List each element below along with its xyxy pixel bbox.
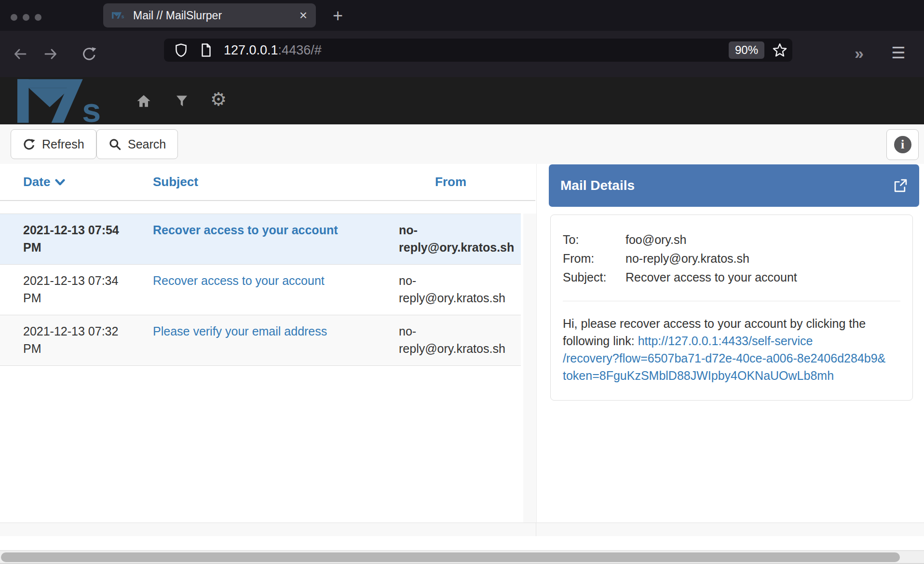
refresh-button[interactable]: Refresh	[11, 129, 96, 159]
url-host: 127.0.0.1	[224, 43, 278, 57]
mail-from: no-reply@ory.kratos.sh	[398, 265, 521, 315]
refresh-icon	[23, 138, 36, 151]
column-header-date[interactable]: Date	[0, 164, 130, 200]
sort-desc-icon	[55, 179, 65, 186]
tab-close-icon[interactable]: ×	[299, 9, 307, 22]
mail-subject-link[interactable]: Recover access to your account	[153, 274, 325, 287]
details-title: Mail Details	[560, 178, 893, 193]
info-button[interactable]: i	[886, 129, 919, 160]
new-tab-button[interactable]: +	[333, 6, 343, 26]
mail-list: 2021-12-13 07:54 PM Recover access to yo…	[0, 214, 521, 366]
logo-s-letter: s	[82, 91, 101, 124]
to-label: To:	[563, 230, 625, 249]
bottom-white-band	[0, 536, 924, 551]
tab-favicon-icon: s	[112, 12, 125, 19]
overflow-chevrons-icon[interactable]: »	[855, 44, 862, 63]
scrollbar-thumb[interactable]	[1, 552, 900, 562]
column-header-from: From	[398, 164, 521, 200]
search-label: Search	[128, 137, 166, 151]
browser-tab-strip: s Mail // MailSlurper × +	[0, 0, 924, 31]
from-label: From:	[563, 249, 625, 268]
svg-text:s: s	[122, 14, 124, 19]
mail-meta: To: foo@ory.sh From: no-reply@ory.kratos…	[563, 230, 900, 286]
search-button[interactable]: Search	[96, 129, 178, 159]
mail-row-selected[interactable]: 2021-12-13 07:54 PM Recover access to yo…	[0, 214, 521, 264]
mail-date: 2021-12-13 07:32 PM	[0, 315, 130, 365]
open-external-icon[interactable]	[893, 178, 908, 193]
subject-label: Subject:	[563, 268, 625, 286]
action-bar: Refresh Search i	[0, 124, 924, 164]
to-value: foo@ory.sh	[625, 230, 900, 249]
shield-icon[interactable]	[175, 43, 188, 57]
mail-from: no-reply@ory.kratos.sh	[398, 214, 521, 264]
window-controls[interactable]	[11, 14, 41, 21]
pane-divider-line	[536, 523, 536, 536]
mail-date: 2021-12-13 07:34 PM	[0, 265, 130, 315]
mail-row[interactable]: 2021-12-13 07:32 PM Please verify your e…	[0, 315, 521, 366]
url-text[interactable]: 127.0.0.1:4436/#	[224, 43, 322, 58]
gear-icon[interactable]: ⚙	[210, 89, 227, 110]
forward-button[interactable]	[42, 46, 59, 62]
url-bar[interactable]: 127.0.0.1:4436/# 90%	[164, 39, 792, 62]
info-icon: i	[894, 136, 911, 153]
mail-list-header: Date Subject From	[0, 164, 535, 201]
browser-toolbar: 127.0.0.1:4436/# 90% » ☰	[0, 31, 924, 77]
bookmark-star-icon[interactable]	[772, 42, 788, 58]
details-header: Mail Details	[549, 164, 919, 207]
refresh-label: Refresh	[42, 137, 84, 151]
zoom-level-badge[interactable]: 90%	[729, 41, 764, 59]
mailslurper-logo[interactable]: s	[17, 78, 109, 124]
app-header: s ⚙	[0, 77, 924, 124]
mail-subject-link[interactable]: Please verify your email address	[153, 324, 327, 338]
mail-details-pane: Mail Details To: foo@ory.sh From: no-rep…	[536, 164, 924, 523]
mail-from: no-reply@ory.kratos.sh	[398, 315, 521, 365]
mail-subject-link[interactable]: Recover access to your account	[153, 223, 338, 237]
mail-date: 2021-12-13 07:54 PM	[0, 214, 130, 264]
subject-value: Recover access to your account	[625, 268, 900, 286]
page-icon[interactable]	[200, 43, 212, 57]
details-card: To: foo@ory.sh From: no-reply@ory.kratos…	[550, 215, 913, 401]
list-scroll-gutter	[523, 214, 536, 523]
screen: s Mail // MailSlurper × +	[0, 0, 924, 564]
tab-title: Mail // MailSlurper	[133, 9, 299, 22]
filter-icon[interactable]	[177, 95, 187, 107]
home-icon[interactable]	[136, 94, 151, 107]
meta-body-divider	[563, 301, 900, 301]
bottom-gray-band	[0, 523, 924, 536]
url-path: :4436/#	[278, 43, 322, 57]
mail-body: Hi, please recover access to your accoun…	[563, 315, 900, 384]
menu-hamburger-icon[interactable]: ☰	[891, 43, 906, 62]
from-value: no-reply@ory.kratos.sh	[625, 249, 900, 268]
back-button[interactable]	[12, 46, 28, 62]
browser-tab[interactable]: s Mail // MailSlurper ×	[103, 3, 316, 27]
reload-button[interactable]	[81, 46, 97, 62]
mail-row[interactable]: 2021-12-13 07:34 PM Recover access to yo…	[0, 264, 521, 315]
column-header-subject: Subject	[130, 164, 398, 200]
search-icon	[109, 138, 122, 151]
mail-list-pane: Date Subject From 2021-12-13 07:54 PM Re…	[0, 164, 536, 523]
